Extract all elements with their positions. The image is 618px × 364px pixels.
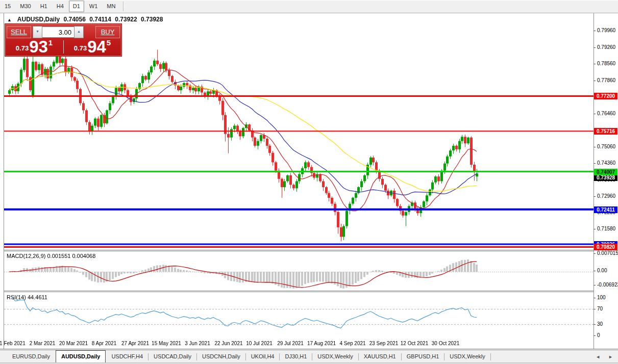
- collapse-panel-icon[interactable]: ▲: [7, 17, 12, 22]
- sell-price-big: 93: [29, 40, 48, 54]
- timeframe-toolbar: 15M30H1H4D1W1MN: [0, 0, 618, 13]
- price-tick-label: 0.75060: [597, 144, 615, 149]
- price-axis[interactable]: 0.799600.792600.785600.778600.764600.750…: [594, 14, 618, 337]
- rsi-tick-mark: [594, 324, 596, 325]
- sell-price[interactable]: 0.73 93 1: [5, 39, 63, 55]
- chart-tab-bar: EURUSD,DailyAUDUSD,DailyUSDCHF,H4USDCAD,…: [0, 350, 618, 363]
- tab-separator: [490, 353, 491, 360]
- buy-price[interactable]: 0.73 94 5: [63, 39, 121, 55]
- chart-tab-gbpusd-h1[interactable]: GBPUSD,H1: [402, 351, 444, 362]
- price-level-badge: 0.77200: [594, 93, 617, 99]
- chart-tab-dj30-h1[interactable]: DJ30,H1: [280, 351, 312, 362]
- price-tick-label: 0.79260: [597, 44, 615, 50]
- date-axis-label: 8 Apr 2021: [92, 341, 116, 346]
- price-tick-mark: [594, 196, 596, 197]
- trading-terminal: 15M30H1H4D1W1MN ▲ AUDUSD,Daily 0.74056 0…: [0, 0, 618, 364]
- chart-tab-ukoil-h4[interactable]: UKOil,H4: [246, 351, 280, 362]
- macd-label: MACD(12,26,9) 0.001551 0.004068: [7, 253, 95, 259]
- macd-tick-mark: [594, 285, 596, 285]
- date-axis-label: 23 Sep 2021: [369, 341, 399, 346]
- tab-scroll-left-icon[interactable]: ◄: [595, 353, 601, 360]
- rsi-pane-canvas[interactable]: [4, 292, 594, 337]
- buy-price-big: 94: [87, 40, 106, 54]
- timeframe-button-d1[interactable]: D1: [69, 1, 84, 12]
- chart-tab-usdx-weekly[interactable]: USDX,Weekly: [312, 351, 358, 362]
- price-tick-mark: [594, 114, 596, 114]
- macd-tick-mark: [594, 271, 596, 271]
- volume-decrease-button[interactable]: ▼: [33, 26, 42, 38]
- date-axis-label: 11 Feb 2021: [0, 341, 26, 346]
- date-axis-label: 3 Jun 2021: [185, 341, 210, 346]
- buy-price-pips: 5: [107, 38, 111, 47]
- date-axis-label: 10 Jul 2021: [246, 341, 273, 346]
- one-click-trade-panel: SELL ▼ ▲ BUY 0.73 93 1 0.73 94 5: [5, 23, 122, 57]
- volume-increase-button[interactable]: ▲: [74, 26, 84, 38]
- timeframe-button-m30[interactable]: M30: [16, 1, 35, 12]
- rsi-tick-mark: [594, 298, 596, 298]
- toolbar-separator: [123, 2, 124, 11]
- date-axis[interactable]: 11 Feb 20212 Mar 202120 Mar 20218 Apr 20…: [4, 337, 594, 349]
- date-axis-label: 20 Mar 2021: [59, 341, 88, 346]
- timeframe-button-15[interactable]: 15: [1, 1, 15, 12]
- rsi-tick-mark: [594, 335, 596, 336]
- symbol-label: AUDUSD,Daily: [17, 16, 60, 23]
- price-level-badge: 0.72411: [594, 206, 617, 213]
- price-tick-mark: [594, 47, 596, 48]
- timeframe-button-w1[interactable]: W1: [85, 1, 102, 12]
- macd-axis-label: 0.007015: [597, 250, 618, 256]
- open-value: 0.74056: [64, 16, 86, 23]
- chart-tab-usdcad-daily[interactable]: USDCAD,Daily: [149, 351, 196, 362]
- sell-button[interactable]: SELL: [7, 26, 31, 38]
- chart-tab-usdcnh-daily[interactable]: USDCNH,Daily: [197, 351, 245, 362]
- rsi-axis-label: 100: [597, 295, 606, 300]
- chart-tab-audusd-daily[interactable]: AUDUSD,Daily: [56, 350, 106, 362]
- volume-input[interactable]: [42, 27, 74, 38]
- price-level-badge: 0.75716: [594, 128, 617, 135]
- tab-scroll-right-icon[interactable]: ►: [607, 353, 614, 360]
- sell-price-prefix: 0.73: [16, 44, 29, 52]
- date-axis-label: 22 Jun 2021: [214, 341, 242, 346]
- buy-price-prefix: 0.73: [74, 44, 87, 52]
- chart-tab-eurusd-daily[interactable]: EURUSD,Daily: [7, 351, 55, 362]
- price-tick-label: 0.78560: [597, 61, 615, 66]
- chart-tab-xauusd-h1[interactable]: XAUUSD,H1: [359, 351, 401, 362]
- timeframe-button-mn[interactable]: MN: [103, 1, 119, 12]
- sell-price-pips: 1: [48, 38, 53, 47]
- price-tick-mark: [594, 64, 596, 64]
- timeframe-button-h4[interactable]: H4: [53, 1, 68, 12]
- price-tick-mark: [594, 31, 596, 31]
- chart-title: ▲ AUDUSD,Daily 0.74056 0.74114 0.73922 0…: [7, 16, 165, 23]
- price-tick-mark: [594, 81, 596, 81]
- rsi-axis-label: 30: [597, 321, 603, 327]
- macd-tick-mark: [594, 253, 596, 254]
- price-tick-label: 0.74360: [597, 160, 615, 166]
- price-tick-label: 0.72960: [597, 193, 615, 199]
- rsi-value: 44.4611: [28, 294, 47, 300]
- date-axis-label: 17 Aug 2021: [307, 341, 336, 346]
- chart-tab-usdx-weekly[interactable]: USDX,Weekly: [444, 351, 490, 362]
- rsi-label: RSI(14) 44.4611: [7, 294, 47, 300]
- macd-name: MACD(12,26,9): [7, 253, 45, 259]
- price-divider: [63, 40, 64, 54]
- macd-axis-label: -0.006923: [597, 282, 618, 288]
- buy-button[interactable]: BUY: [95, 26, 120, 38]
- high-value: 0.74114: [89, 16, 111, 23]
- rsi-name: RSI(14): [7, 294, 26, 300]
- price-level-badge: 0.74007: [594, 169, 617, 175]
- price-level-badge: 0.70820: [594, 244, 617, 250]
- price-tick-label: 0.77860: [597, 77, 615, 83]
- date-axis-label: 2 Mar 2021: [30, 341, 56, 346]
- rsi-tick-mark: [594, 309, 596, 309]
- price-tick-label: 0.76460: [597, 111, 615, 116]
- chart-tab-usdchf-h4[interactable]: USDCHF,H4: [106, 351, 148, 362]
- low-value: 0.73922: [115, 16, 137, 23]
- tab-scroll-arrows: ◄►: [595, 353, 614, 360]
- macd-values: 0.001551 0.004068: [47, 253, 95, 259]
- rsi-axis-label: 0: [597, 332, 600, 338]
- price-tick-label: 0.71580: [597, 226, 615, 231]
- price-tick-mark: [594, 163, 596, 164]
- timeframe-button-h1[interactable]: H1: [36, 1, 52, 12]
- price-tick-mark: [594, 147, 596, 147]
- date-axis-label: 12 Oct 2021: [401, 341, 428, 346]
- close-value: 0.73928: [141, 16, 163, 23]
